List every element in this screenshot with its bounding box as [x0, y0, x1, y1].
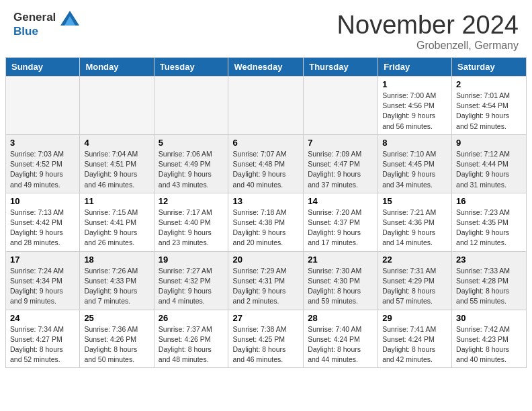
- logo-icon: [60, 11, 79, 26]
- day-cell: 23Sunrise: 7:33 AM Sunset: 4:28 PM Dayli…: [452, 251, 527, 310]
- day-number: 14: [308, 196, 373, 206]
- logo-blue: Blue: [13, 25, 38, 38]
- day-info: Sunrise: 7:12 AM Sunset: 4:44 PM Dayligh…: [456, 149, 522, 190]
- day-info: Sunrise: 7:17 AM Sunset: 4:40 PM Dayligh…: [159, 208, 224, 248]
- day-number: 29: [382, 313, 447, 323]
- page-container: General Blue November 2024 Grobenzell, G…: [0, 0, 532, 373]
- header-friday: Friday: [378, 58, 452, 77]
- day-number: 27: [232, 313, 299, 323]
- day-number: 10: [10, 196, 75, 206]
- day-info: Sunrise: 7:06 AM Sunset: 4:49 PM Dayligh…: [159, 149, 224, 190]
- calendar-wrapper: Sunday Monday Tuesday Wednesday Thursday…: [0, 57, 532, 373]
- day-number: 8: [382, 138, 447, 148]
- day-cell: 3Sunrise: 7:03 AM Sunset: 4:52 PM Daylig…: [6, 134, 80, 193]
- day-info: Sunrise: 7:10 AM Sunset: 4:45 PM Dayligh…: [382, 149, 447, 190]
- day-info: Sunrise: 7:27 AM Sunset: 4:32 PM Dayligh…: [159, 266, 224, 307]
- day-cell: [228, 77, 304, 135]
- day-info: Sunrise: 7:29 AM Sunset: 4:31 PM Dayligh…: [232, 266, 299, 307]
- day-number: 9: [456, 138, 522, 148]
- day-cell: 17Sunrise: 7:24 AM Sunset: 4:34 PM Dayli…: [6, 251, 80, 310]
- day-number: 18: [84, 255, 149, 265]
- day-number: 21: [308, 255, 373, 265]
- day-info: Sunrise: 7:38 AM Sunset: 4:25 PM Dayligh…: [232, 324, 299, 365]
- day-info: Sunrise: 7:42 AM Sunset: 4:23 PM Dayligh…: [456, 324, 522, 365]
- day-cell: 19Sunrise: 7:27 AM Sunset: 4:32 PM Dayli…: [154, 251, 228, 310]
- day-cell: 29Sunrise: 7:41 AM Sunset: 4:24 PM Dayli…: [378, 310, 452, 368]
- day-cell: 24Sunrise: 7:34 AM Sunset: 4:27 PM Dayli…: [6, 310, 80, 368]
- day-cell: 18Sunrise: 7:26 AM Sunset: 4:33 PM Dayli…: [80, 251, 154, 310]
- day-info: Sunrise: 7:37 AM Sunset: 4:26 PM Dayligh…: [159, 324, 224, 365]
- day-number: 4: [84, 138, 149, 148]
- day-number: 3: [10, 138, 75, 148]
- day-info: Sunrise: 7:41 AM Sunset: 4:24 PM Dayligh…: [382, 324, 447, 365]
- logo: General Blue: [13, 11, 81, 38]
- title-section: November 2024 Grobenzell, Germany: [337, 11, 519, 52]
- day-info: Sunrise: 7:34 AM Sunset: 4:27 PM Dayligh…: [10, 324, 75, 365]
- day-info: Sunrise: 7:04 AM Sunset: 4:51 PM Dayligh…: [84, 149, 149, 190]
- month-title: November 2024: [337, 11, 519, 40]
- day-number: 17: [10, 255, 75, 265]
- calendar-body: 1Sunrise: 7:00 AM Sunset: 4:56 PM Daylig…: [6, 77, 527, 368]
- header-saturday: Saturday: [452, 58, 527, 77]
- day-info: Sunrise: 7:18 AM Sunset: 4:38 PM Dayligh…: [232, 208, 299, 248]
- day-number: 24: [10, 313, 75, 323]
- page-header: General Blue November 2024 Grobenzell, G…: [0, 0, 532, 57]
- day-number: 1: [382, 79, 447, 89]
- day-cell: [80, 77, 154, 135]
- day-info: Sunrise: 7:13 AM Sunset: 4:42 PM Dayligh…: [10, 208, 75, 248]
- day-number: 5: [159, 138, 224, 148]
- header-monday: Monday: [80, 58, 154, 77]
- day-cell: 6Sunrise: 7:07 AM Sunset: 4:48 PM Daylig…: [228, 134, 304, 193]
- day-cell: 7Sunrise: 7:09 AM Sunset: 4:47 PM Daylig…: [304, 134, 378, 193]
- day-number: 11: [84, 196, 149, 206]
- day-number: 12: [159, 196, 224, 206]
- day-cell: 13Sunrise: 7:18 AM Sunset: 4:38 PM Dayli…: [228, 193, 304, 251]
- day-info: Sunrise: 7:30 AM Sunset: 4:30 PM Dayligh…: [308, 266, 373, 307]
- day-info: Sunrise: 7:00 AM Sunset: 4:56 PM Dayligh…: [382, 91, 447, 132]
- header-wednesday: Wednesday: [228, 58, 304, 77]
- header-tuesday: Tuesday: [154, 58, 228, 77]
- day-info: Sunrise: 7:01 AM Sunset: 4:54 PM Dayligh…: [456, 91, 522, 132]
- day-info: Sunrise: 7:31 AM Sunset: 4:29 PM Dayligh…: [382, 266, 447, 307]
- calendar-table: Sunday Monday Tuesday Wednesday Thursday…: [5, 57, 527, 368]
- day-cell: [6, 77, 80, 135]
- day-cell: 27Sunrise: 7:38 AM Sunset: 4:25 PM Dayli…: [228, 310, 304, 368]
- day-info: Sunrise: 7:26 AM Sunset: 4:33 PM Dayligh…: [84, 266, 149, 307]
- day-number: 2: [456, 79, 522, 89]
- calendar-header: Sunday Monday Tuesday Wednesday Thursday…: [6, 58, 527, 77]
- day-number: 6: [232, 138, 299, 148]
- day-number: 22: [382, 255, 447, 265]
- day-cell: 11Sunrise: 7:15 AM Sunset: 4:41 PM Dayli…: [80, 193, 154, 251]
- day-cell: 30Sunrise: 7:42 AM Sunset: 4:23 PM Dayli…: [452, 310, 527, 368]
- day-number: 15: [382, 196, 447, 206]
- day-number: 7: [308, 138, 373, 148]
- day-cell: 4Sunrise: 7:04 AM Sunset: 4:51 PM Daylig…: [80, 134, 154, 193]
- day-number: 25: [84, 313, 149, 323]
- logo-text: General Blue: [13, 11, 81, 38]
- day-info: Sunrise: 7:03 AM Sunset: 4:52 PM Dayligh…: [10, 149, 75, 190]
- day-info: Sunrise: 7:09 AM Sunset: 4:47 PM Dayligh…: [308, 149, 373, 190]
- location: Grobenzell, Germany: [337, 40, 519, 52]
- day-info: Sunrise: 7:21 AM Sunset: 4:36 PM Dayligh…: [382, 208, 447, 248]
- header-thursday: Thursday: [304, 58, 378, 77]
- day-cell: 25Sunrise: 7:36 AM Sunset: 4:26 PM Dayli…: [80, 310, 154, 368]
- day-cell: 26Sunrise: 7:37 AM Sunset: 4:26 PM Dayli…: [154, 310, 228, 368]
- day-cell: 5Sunrise: 7:06 AM Sunset: 4:49 PM Daylig…: [154, 134, 228, 193]
- day-cell: 28Sunrise: 7:40 AM Sunset: 4:24 PM Dayli…: [304, 310, 378, 368]
- day-number: 23: [456, 255, 522, 265]
- day-cell: 16Sunrise: 7:23 AM Sunset: 4:35 PM Dayli…: [452, 193, 527, 251]
- logo-general: General: [13, 11, 56, 24]
- day-cell: 21Sunrise: 7:30 AM Sunset: 4:30 PM Dayli…: [304, 251, 378, 310]
- day-number: 13: [232, 196, 299, 206]
- day-info: Sunrise: 7:07 AM Sunset: 4:48 PM Dayligh…: [232, 149, 299, 190]
- day-cell: 14Sunrise: 7:20 AM Sunset: 4:37 PM Dayli…: [304, 193, 378, 251]
- day-number: 30: [456, 313, 522, 323]
- day-cell: 10Sunrise: 7:13 AM Sunset: 4:42 PM Dayli…: [6, 193, 80, 251]
- day-number: 19: [159, 255, 224, 265]
- day-number: 20: [232, 255, 299, 265]
- day-cell: 1Sunrise: 7:00 AM Sunset: 4:56 PM Daylig…: [378, 77, 452, 135]
- day-cell: 9Sunrise: 7:12 AM Sunset: 4:44 PM Daylig…: [452, 134, 527, 193]
- day-info: Sunrise: 7:36 AM Sunset: 4:26 PM Dayligh…: [84, 324, 149, 365]
- day-cell: 22Sunrise: 7:31 AM Sunset: 4:29 PM Dayli…: [378, 251, 452, 310]
- day-number: 16: [456, 196, 522, 206]
